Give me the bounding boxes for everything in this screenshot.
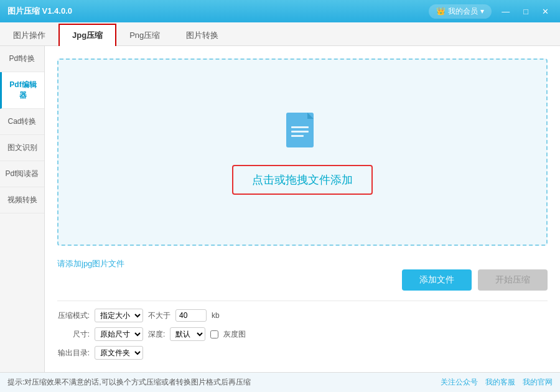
app-title: 图片压缩 V1.4.0.0: [7, 6, 72, 17]
grayscale-checkbox[interactable]: [210, 330, 218, 338]
status-links: 关注公众号 我的客服 我的官网: [441, 377, 553, 388]
size-unit: kb: [212, 311, 220, 320]
official-website-link[interactable]: 我的官网: [523, 377, 553, 388]
member-label: 我的会员: [448, 6, 478, 17]
depth-select[interactable]: 默认 8bit 16bit: [170, 327, 205, 341]
size-select[interactable]: 原始尺寸 自定义: [95, 327, 143, 341]
content-area: 点击或拖拽文件添加 请添加jpg图片文件 添加文件 开始压缩 压缩模式: 指定大…: [45, 46, 560, 372]
title-bar: 图片压缩 V1.4.0.0 👑 我的会员 ▾ — □ ✕: [0, 0, 560, 22]
compress-mode-row: 压缩模式: 指定大小 普通压缩 高质量 不大于 kb: [57, 309, 548, 322]
svg-rect-3: [291, 131, 309, 133]
no-more-than-label: 不大于: [148, 310, 170, 321]
svg-rect-4: [291, 135, 304, 137]
size-input[interactable]: [175, 309, 207, 322]
main-layout: Pdf转换 Pdf编辑器 Cad转换 图文识别 Pdf阅读器 视频转换: [0, 46, 560, 372]
customer-service-link[interactable]: 我的客服: [485, 377, 515, 388]
member-button[interactable]: 👑 我的会员 ▾: [429, 4, 492, 19]
depth-label: 深度:: [148, 329, 165, 340]
output-dir-label: 输出目录:: [57, 348, 90, 358]
status-bar: 提示:对压缩效果不满意的话,可以换个方式压缩或者转换图片格式后再压缩 关注公众号…: [0, 372, 560, 392]
sidebar: Pdf转换 Pdf编辑器 Cad转换 图文识别 Pdf阅读器 视频转换: [0, 46, 45, 372]
tab-pic-ops[interactable]: 图片操作: [0, 24, 58, 46]
sidebar-item-pdf-reader[interactable]: Pdf阅读器: [0, 161, 44, 187]
sidebar-item-pdf-editor[interactable]: Pdf编辑器: [0, 72, 44, 109]
sidebar-item-pdf-convert[interactable]: Pdf转换: [0, 46, 44, 72]
tab-pic-convert[interactable]: 图片转换: [173, 24, 231, 46]
status-hint: 提示:对压缩效果不满意的话,可以换个方式压缩或者转换图片格式后再压缩: [7, 377, 251, 388]
size-depth-row: 尺寸: 原始尺寸 自定义 深度: 默认 8bit 16bit 灰度图: [57, 327, 548, 341]
sidebar-item-ocr[interactable]: 图文识别: [0, 135, 44, 161]
compress-mode-select[interactable]: 指定大小 普通压缩 高质量: [95, 309, 143, 322]
hint-text: 请添加jpg图片文件: [57, 258, 548, 269]
minimize-button[interactable]: —: [498, 6, 513, 17]
sidebar-item-cad-convert[interactable]: Cad转换: [0, 109, 44, 135]
file-icon: [284, 110, 321, 155]
add-file-button[interactable]: 添加文件: [402, 269, 472, 291]
output-dir-row: 输出目录: 原文件夹 自定义: [57, 346, 548, 360]
tab-bar: 图片操作 Jpg压缩 Png压缩 图片转换: [0, 22, 560, 46]
title-controls: 👑 我的会员 ▾ — □ ✕: [429, 4, 553, 19]
member-icon: 👑: [436, 7, 446, 16]
settings-area: 压缩模式: 指定大小 普通压缩 高质量 不大于 kb 尺寸: 原始尺寸 自定义 …: [57, 301, 548, 360]
official-account-link[interactable]: 关注公众号: [441, 377, 478, 388]
action-row: 添加文件 开始压缩: [57, 269, 548, 291]
drop-text-button[interactable]: 点击或拖拽文件添加: [232, 165, 373, 195]
start-compress-button[interactable]: 开始压缩: [478, 269, 548, 291]
compress-mode-label: 压缩模式:: [57, 310, 90, 321]
output-dir-select[interactable]: 原文件夹 自定义: [95, 346, 143, 360]
size-label: 尺寸:: [57, 329, 90, 340]
tab-jpg-compress[interactable]: Jpg压缩: [58, 24, 116, 46]
drop-zone[interactable]: 点击或拖拽文件添加: [57, 58, 548, 246]
restore-button[interactable]: □: [520, 6, 532, 17]
chevron-down-icon: ▾: [480, 7, 484, 16]
tab-png-compress[interactable]: Png压缩: [116, 24, 173, 46]
sidebar-item-video-convert[interactable]: 视频转换: [0, 187, 44, 213]
grayscale-label: 灰度图: [223, 329, 246, 340]
svg-rect-2: [291, 126, 309, 128]
close-button[interactable]: ✕: [538, 6, 553, 17]
